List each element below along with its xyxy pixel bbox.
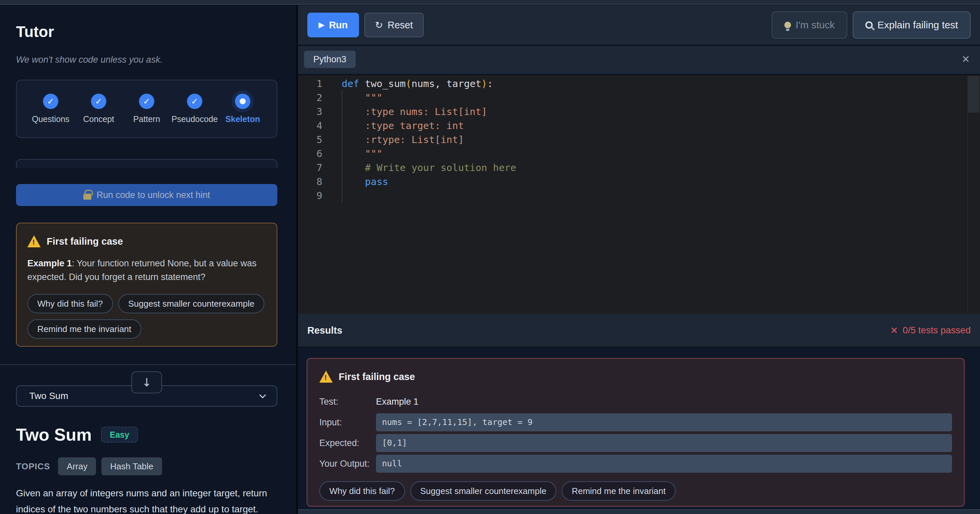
code-editor[interactable]: 1def two_sum(nums, target):2 """3 :type … [298, 75, 980, 314]
code-line[interactable]: 8 pass [298, 175, 980, 189]
code-token [342, 162, 365, 173]
code-token: :type nums: List[int] [342, 106, 487, 117]
line-number: 8 [298, 175, 322, 189]
step-pseudocode[interactable]: ✓Pseudocode [171, 94, 218, 124]
action-pill[interactable]: Suggest smaller counterexample [410, 481, 557, 501]
tutor-sidebar: Tutor We won't show code unless you ask.… [0, 5, 296, 514]
code-token: nums, target [412, 78, 482, 89]
close-icon[interactable]: ✕ [962, 53, 970, 65]
code-token: two_sum [359, 78, 406, 89]
code-token: def [342, 78, 359, 89]
unlock-hint-label: Run code to unlock next hint [97, 190, 210, 201]
code-text: """ [322, 91, 382, 105]
action-pill[interactable]: Why did this fail? [319, 481, 405, 501]
code-line[interactable]: 5 :rtype: List[int] [298, 133, 980, 146]
detail-value-box: nums = [2,7,11,15], target = 9 [376, 413, 952, 431]
play-icon: ▶ [319, 21, 325, 29]
detail-label: Input: [319, 413, 376, 431]
editor-toolbar: ▶ Run ↻ Reset I'm stuck Explain failing … [298, 5, 980, 45]
code-text: :type target: int [322, 119, 464, 133]
action-pill[interactable]: Remind me the invariant [27, 319, 142, 339]
step-label: Pattern [133, 115, 160, 124]
line-number: 3 [298, 105, 322, 119]
line-number: 1 [298, 77, 322, 91]
step-questions[interactable]: ✓Questions [27, 94, 74, 124]
code-text: """ [322, 146, 382, 161]
step-concept[interactable]: ✓Concept [75, 94, 122, 124]
code-token [342, 176, 365, 187]
top-strip [0, 0, 980, 5]
failing-case-detail-rows: Test:Example 1Input:nums = [2,7,11,15], … [319, 393, 952, 473]
step-label: Skeleton [225, 115, 260, 124]
line-number: 5 [298, 133, 322, 146]
code-token: pass [365, 176, 388, 187]
detail-value: Example 1 [376, 393, 952, 411]
code-token: """ [342, 92, 382, 103]
code-text [322, 189, 342, 203]
collapsed-hint-panel[interactable] [16, 159, 277, 168]
step-label: Questions [32, 115, 70, 124]
code-token: :type target: int [342, 120, 464, 131]
code-line[interactable]: 6 """ [298, 146, 980, 161]
code-token: ( [406, 78, 411, 89]
action-pill[interactable]: Remind me the invariant [562, 481, 676, 501]
check-icon: ✓ [139, 94, 154, 109]
unlock-hint-button[interactable]: Run code to unlock next hint [16, 184, 277, 206]
action-pill[interactable]: Why did this fail? [27, 294, 113, 313]
tests-status: ✕ 0/5 tests passed [890, 325, 970, 336]
run-button[interactable]: ▶ Run [307, 13, 359, 37]
topics-label: TOPICS [16, 461, 50, 472]
code-line[interactable]: 3 :type nums: List[int] [298, 105, 980, 119]
code-token: """ [342, 148, 382, 159]
results-body: First failing case Test:Example 1Input:n… [298, 347, 980, 514]
scroll-down-button[interactable]: ↓ [131, 371, 162, 393]
failing-case-example-label: Example 1 [27, 258, 72, 268]
line-number: 4 [298, 119, 322, 133]
explain-failing-test-button[interactable]: Explain failing test [853, 11, 970, 39]
failing-case-actions: Why did this fail?Suggest smaller counte… [27, 294, 266, 339]
im-stuck-label: I'm stuck [795, 19, 835, 31]
step-skeleton[interactable]: Skeleton [220, 94, 266, 124]
magnifier-icon [865, 21, 873, 29]
failing-case-title: First failing case [47, 236, 123, 247]
editor-tabbar: Python3 ✕ [298, 46, 980, 75]
action-pill[interactable]: Suggest smaller counterexample [118, 294, 265, 313]
sidebar-divider [0, 364, 296, 365]
topics-row: TOPICS ArrayHash Table [16, 457, 162, 475]
tab-python3[interactable]: Python3 [304, 51, 356, 68]
topic-tag[interactable]: Hash Table [101, 457, 162, 475]
check-icon: ✓ [91, 94, 107, 109]
check-icon: ✓ [187, 94, 202, 109]
code-line[interactable]: 4 :type target: int [298, 119, 980, 133]
im-stuck-button[interactable]: I'm stuck [772, 11, 847, 39]
step-label: Pseudocode [171, 115, 218, 124]
results-failing-case-actions: Why did this fail?Suggest smaller counte… [319, 481, 952, 501]
bottom-panel-edge [298, 509, 980, 514]
run-label: Run [329, 20, 348, 31]
editor-scrollbar[interactable] [967, 76, 979, 313]
code-text: :rtype: List[int] [322, 133, 464, 146]
line-number: 6 [298, 146, 322, 161]
reset-icon: ↻ [375, 20, 383, 31]
step-label: Concept [83, 115, 114, 124]
code-line[interactable]: 1def two_sum(nums, target): [298, 77, 980, 91]
explain-failing-test-label: Explain failing test [877, 19, 958, 31]
code-line[interactable]: 7 # Write your solution here [298, 161, 980, 175]
code-line[interactable]: 9 [298, 189, 980, 203]
sidebar-subtitle: We won't show code unless you ask. [16, 55, 163, 65]
step-pattern[interactable]: ✓Pattern [123, 94, 170, 124]
workspace-panel: ▶ Run ↻ Reset I'm stuck Explain failing … [298, 5, 980, 514]
code-line[interactable]: 2 """ [298, 91, 980, 105]
line-number: 9 [298, 189, 322, 203]
line-number: 2 [298, 91, 322, 105]
indent-guide [342, 91, 342, 203]
reset-button[interactable]: ↻ Reset [364, 13, 423, 37]
difficulty-badge: Easy [101, 426, 138, 443]
check-icon: ✓ [43, 94, 58, 109]
results-header: Results ✕ 0/5 tests passed [298, 314, 980, 347]
lock-icon [83, 194, 91, 200]
topic-tag[interactable]: Array [58, 457, 96, 475]
scrollbar-thumb[interactable] [968, 76, 979, 113]
warning-icon [27, 236, 41, 247]
sidebar-title: Tutor [16, 23, 54, 41]
